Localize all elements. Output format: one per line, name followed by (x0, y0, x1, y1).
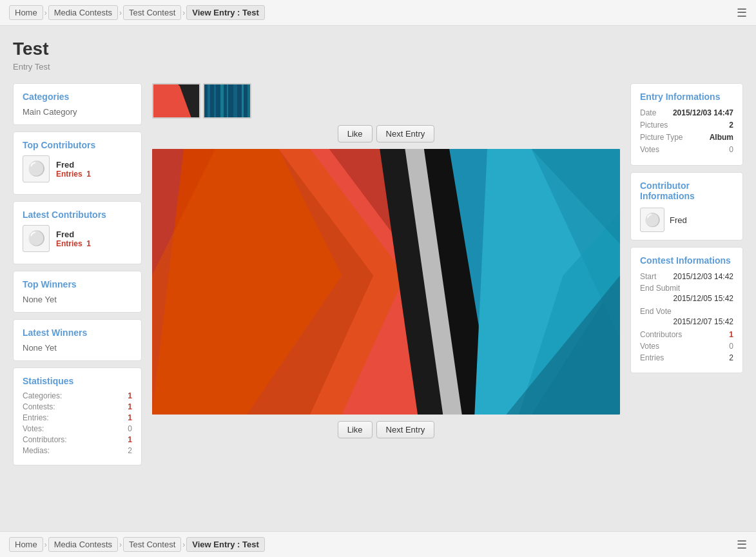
thumbnail-1[interactable] (152, 83, 200, 119)
entry-pictures-row: Pictures 2 (640, 121, 733, 130)
top-winners-section: Top Winners None Yet (13, 271, 142, 313)
stats-value-categories: 1 (128, 391, 132, 400)
top-contributors-title: Top Contributors (23, 140, 132, 150)
stats-label-contributors: Contributors: (23, 435, 67, 444)
right-sidebar: Entry Informations Date 2015/12/03 14:47… (630, 83, 743, 472)
breadcrumb-home[interactable]: Home (9, 5, 43, 20)
top-contributor-row: ⚪ Fred Entries 1 (23, 155, 132, 182)
stats-value-votes: 0 (128, 424, 132, 433)
top-winners-title: Top Winners (23, 279, 132, 289)
breadcrumb-bottom-test-link[interactable]: Test Contest (123, 537, 181, 552)
latest-contributor-avatar: ⚪ (23, 225, 50, 252)
main-image-container (152, 149, 620, 415)
breadcrumb-sep-2: › (119, 8, 122, 17)
contest-start-label: Start (640, 272, 656, 281)
contest-info-panel: Contest Informations Start 2015/12/03 14… (630, 247, 743, 373)
contest-votes-value: 0 (729, 342, 733, 351)
contest-info-title: Contest Informations (640, 255, 733, 266)
breadcrumb-bottom-current: View Entry : Test (186, 537, 265, 552)
center-content: Like Next Entry (152, 83, 620, 472)
contributor-name: Fred (670, 215, 687, 225)
stats-value-contests: 1 (128, 402, 132, 411)
stats-row-contributors: Contributors: 1 (23, 435, 132, 444)
latest-contributors-section: Latest Contributors ⚪ Fred Entries 1 (13, 201, 142, 264)
breadcrumb-bottom-sep-1: › (44, 540, 47, 549)
latest-contributor-row: ⚪ Fred Entries 1 (23, 225, 132, 252)
latest-contributor-name: Fred (56, 230, 91, 239)
stats-section: Statistiques Categories: 1 Contests: 1 E… (13, 367, 142, 465)
entry-picture-type-value: Album (710, 133, 733, 142)
entry-votes-value: 0 (729, 145, 733, 154)
next-entry-button-bottom[interactable]: Next Entry (376, 421, 435, 438)
top-contributor-entries: Entries 1 (56, 170, 91, 179)
sitemap-icon[interactable]: ☰ (737, 6, 747, 20)
stats-row-entries: Entries: 1 (23, 413, 132, 422)
sitemap-icon-bottom[interactable]: ☰ (737, 538, 747, 552)
svg-rect-11 (247, 84, 250, 119)
latest-contributor-entries-value: 1 (86, 239, 91, 248)
breadcrumb-bottom-media[interactable]: Media Contests (48, 537, 118, 552)
contest-contributors-label: Contributors (640, 330, 682, 339)
entry-date-label: Date (640, 108, 656, 117)
svg-rect-9 (233, 84, 237, 119)
action-row-top: Like Next Entry (152, 125, 620, 142)
breadcrumb-sep-3: › (182, 8, 185, 17)
svg-rect-10 (242, 84, 244, 119)
breadcrumb-bottom: Home › Media Contests › Test Contest › V… (0, 531, 756, 557)
entry-picture-type-row: Picture Type Album (640, 133, 733, 142)
stats-label-entries: Entries: (23, 413, 49, 422)
contest-end-submit-value: 2015/12/05 15:42 (640, 294, 733, 303)
top-contributor-entries-value: 1 (86, 170, 91, 179)
thumbnail-row (152, 83, 620, 119)
breadcrumb-test-contest-link[interactable]: Test Contest (123, 5, 181, 20)
entry-info-panel: Entry Informations Date 2015/12/03 14:47… (630, 83, 743, 166)
entry-info-title: Entry Informations (640, 92, 733, 102)
content-layout: Categories Main Category Top Contributor… (13, 83, 743, 472)
latest-winners-section: Latest Winners None Yet (13, 319, 142, 361)
stats-label-categories: Categories: (23, 391, 62, 400)
stats-row-votes: Votes: 0 (23, 424, 132, 433)
breadcrumb-items: Home › Media Contests › Test Contest › V… (9, 5, 265, 20)
breadcrumb-bottom-home[interactable]: Home (9, 537, 43, 552)
contest-entries-value: 2 (729, 353, 733, 362)
top-contributor-entries-label: Entries (56, 170, 82, 179)
entry-date-value: 2015/12/03 14:47 (673, 108, 733, 117)
contributor-panel-row: ⚪ Fred (640, 208, 733, 232)
breadcrumb-bottom-home-link[interactable]: Home (9, 537, 43, 552)
contest-contributors-value: 1 (729, 330, 733, 339)
breadcrumb-items-bottom: Home › Media Contests › Test Contest › V… (9, 537, 265, 552)
main-image-svg (152, 149, 620, 415)
contest-end-vote-value: 2015/12/07 15:42 (640, 317, 733, 326)
breadcrumb-top: Home › Media Contests › Test Contest › V… (0, 0, 756, 26)
contest-end-submit-label: End Submit (640, 284, 733, 293)
like-button-bottom[interactable]: Like (338, 421, 373, 438)
stats-label-votes: Votes: (23, 424, 44, 433)
breadcrumb-test-contest[interactable]: Test Contest (123, 5, 181, 20)
categories-value: Main Category (23, 107, 132, 117)
breadcrumb-bottom-media-link[interactable]: Media Contests (48, 537, 118, 552)
top-contributor-name: Fred (56, 160, 91, 170)
top-contributor-avatar: ⚪ (23, 155, 50, 182)
thumbnail-2[interactable] (203, 83, 251, 119)
contest-votes-label: Votes (640, 342, 659, 351)
breadcrumb-bottom-test[interactable]: Test Contest (123, 537, 181, 552)
breadcrumb-home-link[interactable]: Home (9, 5, 43, 20)
next-entry-button-top[interactable]: Next Entry (376, 125, 435, 142)
breadcrumb-media-contests[interactable]: Media Contests (48, 5, 118, 20)
entry-date-row: Date 2015/12/03 14:47 (640, 108, 733, 117)
contest-votes-row: Votes 0 (640, 342, 733, 351)
svg-rect-8 (227, 84, 228, 119)
entry-picture-type-label: Picture Type (640, 133, 683, 142)
thumbnail-1-svg (153, 84, 200, 119)
entry-votes-label: Votes (640, 145, 659, 154)
categories-section: Categories Main Category (13, 83, 142, 125)
categories-title: Categories (23, 92, 132, 102)
like-button-top[interactable]: Like (338, 125, 373, 142)
stats-title: Statistiques (23, 376, 132, 386)
contributor-info-title: Contributor Informations (640, 181, 733, 201)
breadcrumb-media-contests-link[interactable]: Media Contests (48, 5, 118, 20)
left-sidebar: Categories Main Category Top Contributor… (13, 83, 142, 472)
breadcrumb-bottom-sep-3: › (182, 540, 185, 549)
latest-contributor-entries-label: Entries (56, 239, 82, 248)
latest-winners-title: Latest Winners (23, 327, 132, 338)
